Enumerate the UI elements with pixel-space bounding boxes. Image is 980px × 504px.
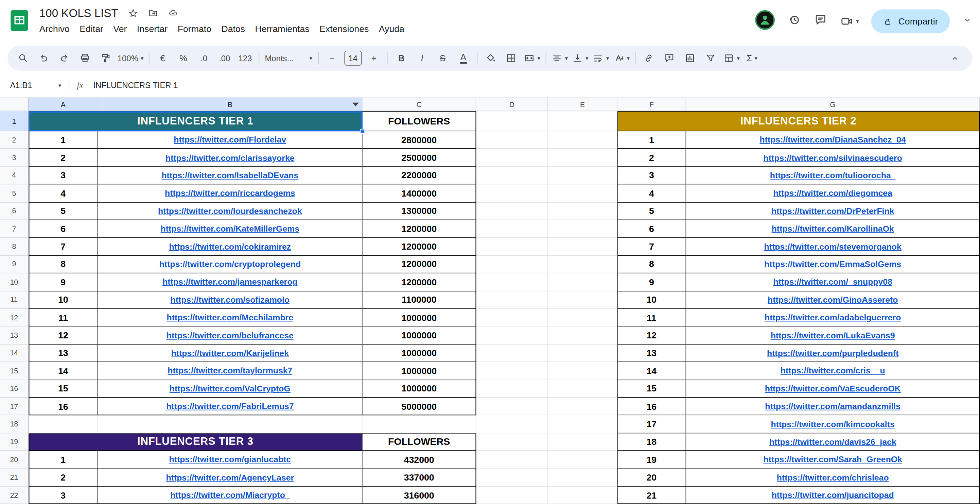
cell-F19[interactable]: 18 bbox=[617, 433, 686, 451]
twitter-link[interactable]: https://twitter.com/Flordelav bbox=[173, 136, 286, 145]
cell-E2[interactable] bbox=[548, 131, 617, 149]
twitter-link[interactable]: https://twitter.com/AgencyLaser bbox=[166, 473, 294, 482]
twitter-link[interactable]: https://twitter.com/GinoAssereto bbox=[768, 295, 898, 305]
twitter-link[interactable]: https://twitter.com/diegomcea bbox=[773, 188, 892, 198]
twitter-link[interactable]: https://twitter.com/cokiramirez bbox=[169, 242, 291, 251]
row-header-14[interactable]: 14 bbox=[0, 345, 29, 362]
share-button[interactable]: Compartir bbox=[871, 10, 950, 33]
twitter-link[interactable]: https://twitter.com/Sarah_GreenOk bbox=[764, 455, 902, 464]
cell-F10[interactable]: 9 bbox=[617, 273, 686, 291]
row-header-9[interactable]: 9 bbox=[0, 256, 29, 273]
row-header-13[interactable]: 13 bbox=[0, 327, 29, 345]
cell-F3[interactable]: 2 bbox=[617, 149, 686, 167]
cell-F15[interactable]: 14 bbox=[617, 362, 686, 380]
insert-comment-button[interactable] bbox=[659, 49, 680, 67]
cell-A21[interactable]: 2 bbox=[29, 469, 98, 486]
cell-G16[interactable]: https://twitter.com/VaEscuderoOK bbox=[686, 380, 980, 397]
functions-button[interactable]: Σ bbox=[742, 49, 762, 67]
twitter-link[interactable]: https://twitter.com/adabelguerrero bbox=[765, 313, 901, 322]
cell-D19[interactable] bbox=[476, 433, 548, 451]
cell-D7[interactable] bbox=[476, 220, 548, 238]
undo-button[interactable] bbox=[33, 49, 54, 67]
twitter-link[interactable]: https://twitter.com/stevemorganok bbox=[764, 242, 902, 251]
comments-button[interactable] bbox=[813, 13, 827, 30]
menu-ver[interactable]: Ver bbox=[108, 22, 132, 35]
sheets-logo-icon[interactable] bbox=[10, 10, 29, 32]
cell-C13[interactable]: 1000000 bbox=[363, 327, 476, 345]
twitter-link[interactable]: https://twitter.com/gianlucabtc bbox=[169, 455, 291, 464]
cell-G13[interactable]: https://twitter.com/LukaEvans9 bbox=[686, 327, 980, 345]
cell-D22[interactable] bbox=[476, 486, 548, 504]
cell-B5[interactable]: https://twitter.com/riccardogems bbox=[98, 185, 363, 203]
row-header-22[interactable]: 22 bbox=[0, 486, 29, 504]
column-header-C[interactable]: C bbox=[363, 97, 476, 111]
cell-B3[interactable]: https://twitter.com/clarissayorke bbox=[98, 149, 363, 167]
cell-C19[interactable]: FOLLOWERS bbox=[363, 433, 476, 451]
cell-A11[interactable]: 10 bbox=[29, 291, 98, 309]
cell-A2[interactable]: 1 bbox=[29, 131, 98, 149]
cell-E18[interactable] bbox=[548, 416, 617, 433]
strikethrough-button[interactable]: S bbox=[432, 49, 453, 67]
grid-corner[interactable] bbox=[0, 97, 29, 111]
row-header-17[interactable]: 17 bbox=[0, 398, 29, 416]
decrease-font-size-button[interactable]: − bbox=[322, 49, 342, 67]
cell-C16[interactable]: 1000000 bbox=[363, 380, 476, 397]
row-header-3[interactable]: 3 bbox=[0, 149, 29, 167]
row-header-20[interactable]: 20 bbox=[0, 451, 29, 469]
row-header-1[interactable]: 1 bbox=[0, 111, 29, 131]
cell-B22[interactable]: https://twitter.com/Miacrypto_ bbox=[98, 486, 363, 504]
cell-E15[interactable] bbox=[548, 362, 617, 380]
cell-G20[interactable]: https://twitter.com/Sarah_GreenOk bbox=[686, 451, 980, 469]
cell-G2[interactable]: https://twitter.com/DianaSanchez_04 bbox=[686, 131, 980, 149]
cell-C15[interactable]: 1000000 bbox=[363, 362, 476, 380]
cell-E1[interactable] bbox=[548, 111, 617, 131]
cell-E6[interactable] bbox=[548, 203, 617, 220]
twitter-link[interactable]: https://twitter.com/DianaSanchez_04 bbox=[759, 136, 905, 145]
borders-button[interactable] bbox=[501, 49, 522, 67]
cell-B4[interactable]: https://twitter.com/IsabellaDEvans bbox=[98, 167, 363, 185]
cell-E3[interactable] bbox=[548, 149, 617, 167]
increase-font-size-button[interactable]: + bbox=[364, 49, 384, 67]
version-history-button[interactable] bbox=[788, 13, 801, 30]
cell-B11[interactable]: https://twitter.com/sofizamolo bbox=[98, 291, 363, 309]
more-formats-button[interactable]: 123 bbox=[235, 49, 256, 67]
cell-F5[interactable]: 4 bbox=[617, 185, 686, 203]
fill-color-button[interactable] bbox=[480, 49, 501, 67]
vertical-align-button[interactable] bbox=[570, 49, 590, 67]
row-header-16[interactable]: 16 bbox=[0, 380, 29, 397]
twitter-link[interactable]: https://twitter.com/cris__u bbox=[781, 366, 885, 376]
paint-format-button[interactable] bbox=[95, 49, 116, 67]
row-header-12[interactable]: 12 bbox=[0, 309, 29, 327]
cell-F12[interactable]: 11 bbox=[617, 309, 686, 327]
cell-G15[interactable]: https://twitter.com/cris__u bbox=[686, 362, 980, 380]
cell-B15[interactable]: https://twitter.com/taylormusk7 bbox=[98, 362, 363, 380]
table-views-button[interactable] bbox=[721, 49, 742, 67]
twitter-link[interactable]: https://twitter.com/KarollinaOk bbox=[772, 224, 894, 234]
cell-C2[interactable]: 2800000 bbox=[363, 131, 476, 149]
cell-C1[interactable]: FOLLOWERS bbox=[363, 111, 476, 131]
twitter-link[interactable]: https://twitter.com/LukaEvans9 bbox=[771, 330, 895, 340]
cell-E5[interactable] bbox=[548, 185, 617, 203]
column-header-A[interactable]: A bbox=[29, 97, 98, 111]
cell-G6[interactable]: https://twitter.com/DrPeterFink bbox=[686, 203, 980, 220]
cell-D10[interactable] bbox=[476, 273, 548, 291]
cell-G11[interactable]: https://twitter.com/GinoAssereto bbox=[686, 291, 980, 309]
cell-C9[interactable]: 1200000 bbox=[363, 256, 476, 273]
cell-C14[interactable]: 1000000 bbox=[363, 345, 476, 362]
cell-B9[interactable]: https://twitter.com/cryptoprolegend bbox=[98, 256, 363, 273]
twitter-link[interactable]: https://twitter.com/DrPeterFink bbox=[772, 206, 894, 216]
menu-extensiones[interactable]: Extensiones bbox=[314, 22, 374, 35]
cell-B10[interactable]: https://twitter.com/jamesparkerog bbox=[98, 273, 363, 291]
cell-A13[interactable]: 12 bbox=[29, 327, 98, 345]
column-header-F[interactable]: F bbox=[617, 97, 686, 111]
cell-A9[interactable]: 8 bbox=[29, 256, 98, 273]
share-dropdown-icon[interactable] bbox=[963, 15, 972, 27]
cell-D21[interactable] bbox=[476, 469, 548, 486]
cell-E8[interactable] bbox=[548, 238, 617, 256]
cell-C6[interactable]: 1300000 bbox=[363, 203, 476, 220]
cell-F13[interactable]: 12 bbox=[617, 327, 686, 345]
twitter-link[interactable]: https://twitter.com/KateMillerGems bbox=[161, 224, 299, 234]
font-size-input[interactable]: 14 bbox=[344, 51, 361, 65]
name-box[interactable]: A1:B1 bbox=[10, 81, 61, 90]
insert-link-button[interactable] bbox=[638, 49, 659, 67]
